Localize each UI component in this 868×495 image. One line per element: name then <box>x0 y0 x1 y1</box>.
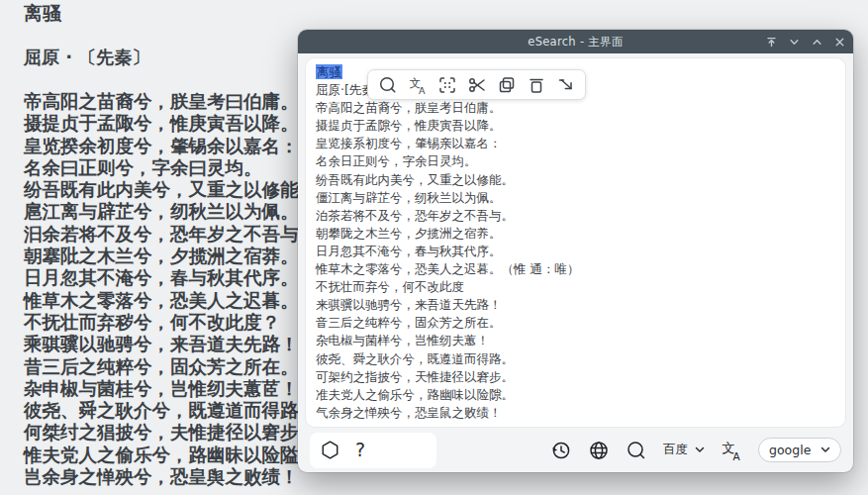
window-controls <box>764 30 846 53</box>
doc-line: 乘骐骥以驰骋兮，来吾道夫先路！ <box>24 334 336 355</box>
translate-engine-value: google <box>769 443 811 457</box>
doc-line: 扈江离与辟芷兮，纫秋兰以为佩。 <box>24 201 336 223</box>
doc-line: 汩余若将不及兮，恐年岁之不吾与。 <box>24 224 336 246</box>
ocr-line: 气余身之惮殃兮，恐皇鼠之败绩！ <box>316 404 835 422</box>
doc-line: 岂余身之惮殃兮，恐皇舆之败绩！ <box>24 466 336 488</box>
ocr-text-panel[interactable]: 离骚 屈原·[先秦] 帝高阳之苗裔兮，朕皇考日伯庸。摄提贞于孟隙兮，惟庚寅吾以降… <box>305 57 846 428</box>
doc-title: 离骚 <box>24 1 61 27</box>
ocr-line: 不抚壮而弃兮，何不改此度 <box>316 278 835 296</box>
doc-line: 惟夫党人之偷乐兮，路幽昧以险隘。 <box>24 445 336 466</box>
translate-icon[interactable]: 文 A <box>407 74 428 95</box>
ocr-line: 来骐骥以驰骋兮，来吾道天先路！ <box>316 296 835 314</box>
search-engine-value: 百度 <box>663 442 688 458</box>
doc-line: 纷吾既有此内美兮，又重之以修能。 <box>24 179 336 201</box>
bottom-right-group: 百度 文 A google <box>550 438 841 462</box>
maximize-icon[interactable] <box>810 35 823 49</box>
send-arrow-icon[interactable] <box>555 74 576 95</box>
doc-line: 帝高阳之苗裔兮，朕皇考曰伯庸。 <box>24 91 336 113</box>
doc-line: 何桀纣之猖披兮，夫惟捷径以窘步。 <box>24 422 336 444</box>
ocr-line: 准夫党人之偷乐兮，路幽味以险隙。 <box>316 386 835 404</box>
doc-author: 屈原 · 〔先秦〕 <box>24 46 149 69</box>
svg-text:A: A <box>733 449 741 461</box>
doc-line: 昔三后之纯粹兮，固众芳之所在。 <box>24 356 336 378</box>
chevron-down-icon <box>695 446 705 453</box>
ocr-line: 杂电椒与菌样兮，岂惟纫夫蕙！ <box>316 332 835 349</box>
ocr-line: 皇览接系初度兮，肇锡亲以嘉名： <box>316 135 835 152</box>
ocr-line: 彼尧、舜之耿介兮，既遵道而得路。 <box>316 350 835 368</box>
doc-line: 摄提贞于孟陬兮，惟庚寅吾以降。 <box>24 113 336 135</box>
selection-toolbar: 文 A <box>367 69 586 100</box>
search-engine-select[interactable]: 百度 <box>663 442 705 458</box>
cut-icon[interactable] <box>466 74 487 95</box>
doc-line: 朝搴阰之木兰兮，夕揽洲之宿莽。 <box>24 246 336 267</box>
chevron-down-icon <box>820 446 830 453</box>
doc-line: 彼尧、舜之耿介兮，既遵道而得路。 <box>24 400 336 422</box>
ocr-line: 泊茶若将不及兮，恐年岁之不吾与。 <box>316 207 835 225</box>
svg-text:A: A <box>419 84 426 95</box>
doc-line: 日月忽其不淹兮，春与秋其代序。 <box>24 267 336 289</box>
ocr-line: 可架约之指披兮，天惟捷径以窘步。 <box>316 368 835 386</box>
ocr-line: 摄提贞于孟隙兮，惟庚寅吾以降。 <box>316 117 835 135</box>
doc-line: 惟草木之零落兮，恐美人之迟暮。（惟 <box>24 290 336 312</box>
doc-line: 名余曰正则兮，字余曰灵均。 <box>24 157 336 179</box>
ocr-line: 音三后之纯粹兮，固众芳之所在。 <box>316 314 835 332</box>
search-icon[interactable] <box>377 74 398 95</box>
copy-icon[interactable] <box>496 74 517 95</box>
translate-engine-select[interactable]: google <box>758 438 841 462</box>
minimize-icon[interactable] <box>787 35 801 49</box>
history-icon[interactable] <box>550 440 572 461</box>
help-button[interactable]: ? <box>355 441 365 459</box>
bottom-left-group: ? <box>310 433 436 468</box>
ocr-line: 名余日正则兮，字余日灵均。 <box>316 152 835 170</box>
pin-to-top-icon[interactable] <box>764 35 778 49</box>
close-icon[interactable] <box>832 35 846 49</box>
hexagon-icon[interactable] <box>320 440 340 460</box>
doc-line: 杂申椒与菌桂兮，岂惟纫夫蕙茝！ <box>24 378 336 400</box>
doc-line: 皇览揆余初度兮，肇锡余以嘉名： <box>24 136 336 157</box>
delete-icon[interactable] <box>526 74 546 95</box>
ocr-line: 惟草木之零落兮，恐美人之迟暮。（惟 通：唯） <box>316 260 835 278</box>
doc-line: 不抚壮而弃秽兮，何不改此度？ <box>24 312 336 334</box>
bottom-toolbar: ? 百度 <box>298 428 853 472</box>
window-titlebar[interactable]: eSearch - 主界面 <box>298 30 853 53</box>
doc-body: 帝高阳之苗裔兮，朕皇考曰伯庸。摄提贞于孟陬兮，惟庚寅吾以降。皇览揆余初度兮，肇锡… <box>24 91 336 488</box>
ocr-line: 纷吾既有此内美兮，又重之以修能。 <box>316 171 835 189</box>
ocr-line: 日月忽其不淹兮，春与秋其代序。 <box>316 243 835 260</box>
ocr-scan-icon[interactable] <box>436 74 457 95</box>
globe-icon[interactable] <box>588 440 610 461</box>
selected-text[interactable]: 离骚 <box>316 64 342 79</box>
desktop: 离骚 屈原 · 〔先秦〕 帝高阳之苗裔兮，朕皇考曰伯庸。摄提贞于孟陬兮，惟庚寅吾… <box>0 0 868 495</box>
ocr-line: 朝攀陇之木兰兮，夕揽洲之宿养。 <box>316 225 835 243</box>
ocr-line: 僵江离与辟芷兮，纫秋兰以为佩。 <box>316 189 835 207</box>
ocr-body: 帝高阳之苗裔兮，朕皇考日伯庸。摄提贞于孟隙兮，惟庚寅吾以降。皇览接系初度兮，肇锡… <box>316 99 835 422</box>
translate-engine-icon[interactable]: 文 A <box>721 440 742 461</box>
search-engine-icon[interactable] <box>626 440 647 461</box>
ocr-line: 帝高阳之苗裔兮，朕皇考日伯庸。 <box>316 99 835 117</box>
esearch-window: eSearch - 主界面 离骚 屈原·[先秦 <box>298 30 853 472</box>
